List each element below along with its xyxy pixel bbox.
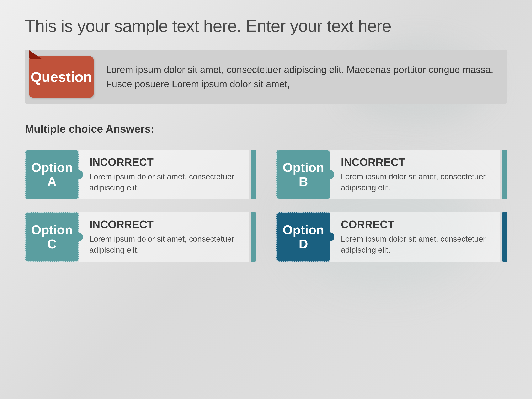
- option-content-b: INCORRECT Lorem ipsum dolor sit amet, co…: [330, 150, 500, 200]
- option-label-a: OptionA: [31, 160, 73, 189]
- mc-header: Multiple choice Answers:: [25, 123, 507, 135]
- option-card-d[interactable]: OptionD CORRECT Lorem ipsum dolor sit am…: [276, 212, 507, 262]
- option-content-c: INCORRECT Lorem ipsum dolor sit amet, co…: [79, 212, 249, 262]
- option-bar-c: [251, 212, 256, 262]
- answer-status-c: INCORRECT: [89, 218, 241, 231]
- option-pill-a: OptionA: [25, 150, 79, 200]
- options-grid: OptionA INCORRECT Lorem ipsum dolor sit …: [25, 150, 507, 262]
- answer-desc-a: Lorem ipsum dolor sit amet, consectetuer…: [89, 171, 241, 193]
- answer-status-d: CORRECT: [341, 218, 492, 231]
- answer-status-a: INCORRECT: [89, 156, 241, 168]
- option-pill-c: OptionC: [25, 212, 79, 262]
- option-bar-a: [251, 150, 256, 200]
- question-text: Lorem ipsum dolor sit amet, consectetuer…: [106, 63, 494, 91]
- option-label-c: OptionC: [31, 223, 73, 251]
- option-card-c[interactable]: OptionC INCORRECT Lorem ipsum dolor sit …: [25, 212, 256, 262]
- page: This is your sample text here. Enter you…: [0, 0, 532, 399]
- option-card-a[interactable]: OptionA INCORRECT Lorem ipsum dolor sit …: [25, 150, 256, 200]
- page-title: This is your sample text here. Enter you…: [25, 17, 507, 35]
- option-bar-b: [502, 150, 507, 200]
- answer-desc-d: Lorem ipsum dolor sit amet, consectetuer…: [341, 234, 492, 256]
- answer-status-b: INCORRECT: [341, 156, 492, 168]
- question-banner: Question Lorem ipsum dolor sit amet, con…: [25, 50, 507, 104]
- question-label-text: Question: [31, 69, 92, 85]
- answer-desc-c: Lorem ipsum dolor sit amet, consectetuer…: [89, 234, 241, 256]
- option-pill-b: OptionB: [276, 150, 330, 200]
- option-pill-d: OptionD: [276, 212, 330, 262]
- option-label-d: OptionD: [283, 223, 324, 251]
- question-label-box: Question: [29, 56, 94, 98]
- option-label-b: OptionB: [283, 160, 324, 189]
- option-content-a: INCORRECT Lorem ipsum dolor sit amet, co…: [79, 150, 249, 200]
- option-bar-d: [502, 212, 507, 262]
- answer-desc-b: Lorem ipsum dolor sit amet, consectetuer…: [341, 171, 492, 193]
- option-content-d: CORRECT Lorem ipsum dolor sit amet, cons…: [330, 212, 500, 262]
- option-card-b[interactable]: OptionB INCORRECT Lorem ipsum dolor sit …: [276, 150, 507, 200]
